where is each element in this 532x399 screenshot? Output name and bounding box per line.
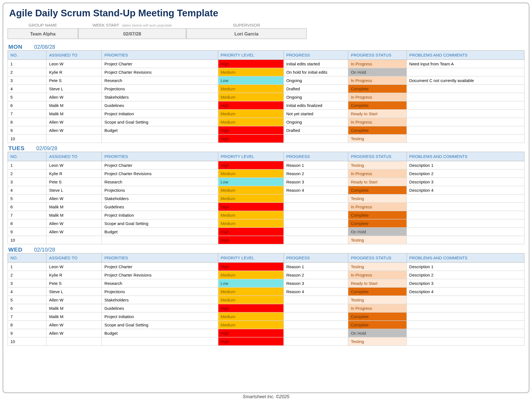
cell-progress-status[interactable]: Ready to Start bbox=[348, 279, 406, 287]
cell-no[interactable]: 4 bbox=[8, 287, 47, 296]
cell-comments[interactable] bbox=[406, 219, 524, 227]
cell-priorities[interactable]: Budget bbox=[102, 329, 218, 337]
cell-no[interactable]: 8 bbox=[8, 321, 47, 329]
cell-priority-level[interactable]: Medium bbox=[218, 85, 284, 93]
cell-progress-status[interactable]: Complete bbox=[348, 126, 406, 134]
cell-assigned[interactable]: Malik M bbox=[47, 312, 102, 321]
cell-comments[interactable] bbox=[406, 337, 524, 346]
cell-assigned[interactable]: Allen W bbox=[47, 118, 102, 126]
cell-comments[interactable] bbox=[406, 227, 524, 236]
cell-progress[interactable] bbox=[283, 321, 348, 329]
cell-no[interactable]: 6 bbox=[8, 203, 47, 211]
cell-priorities[interactable]: Scope and Goal Setting bbox=[102, 118, 218, 126]
cell-comments[interactable]: Document C not currently available bbox=[406, 76, 524, 85]
cell-no[interactable]: 3 bbox=[8, 178, 47, 186]
cell-assigned[interactable]: Pete S bbox=[47, 279, 102, 287]
cell-priorities[interactable]: Project Initiation bbox=[102, 109, 218, 118]
cell-progress-status[interactable]: On Hold bbox=[348, 227, 406, 236]
cell-progress-status[interactable]: Ready to Start bbox=[348, 178, 406, 186]
cell-assigned[interactable]: Kylie R bbox=[47, 271, 102, 279]
cell-priority-level[interactable]: Medium bbox=[218, 109, 284, 118]
cell-no[interactable]: 9 bbox=[8, 329, 47, 337]
cell-priority-level[interactable]: Medium bbox=[218, 296, 284, 304]
cell-assigned[interactable]: Malik M bbox=[47, 203, 102, 211]
cell-comments[interactable]: Description 3 bbox=[406, 178, 524, 186]
cell-no[interactable]: 10 bbox=[8, 236, 47, 244]
cell-progress-status[interactable]: On Hold bbox=[348, 329, 406, 337]
cell-assigned[interactable]: Leon W bbox=[47, 262, 102, 271]
cell-priority-level[interactable]: High bbox=[218, 262, 284, 271]
cell-priority-level[interactable]: Medium bbox=[218, 312, 284, 321]
meta-value-supervisor[interactable]: Lori Garcia bbox=[186, 28, 307, 39]
cell-progress[interactable] bbox=[283, 312, 348, 321]
cell-no[interactable]: 9 bbox=[8, 126, 47, 134]
cell-priorities[interactable]: Research bbox=[102, 76, 218, 85]
cell-priority-level[interactable]: Medium bbox=[218, 118, 284, 126]
cell-priorities[interactable]: Project Charter Revisions bbox=[102, 169, 218, 178]
cell-comments[interactable] bbox=[406, 68, 524, 76]
cell-no[interactable]: 7 bbox=[8, 109, 47, 118]
cell-assigned[interactable]: Malik M bbox=[47, 211, 102, 219]
cell-comments[interactable]: Description 1 bbox=[406, 161, 524, 169]
cell-priorities[interactable]: Project Initiation bbox=[102, 312, 218, 321]
cell-comments[interactable] bbox=[406, 85, 524, 93]
cell-priority-level[interactable]: Medium bbox=[218, 93, 284, 101]
cell-progress[interactable] bbox=[283, 227, 348, 236]
cell-priority-level[interactable]: High bbox=[218, 337, 284, 346]
cell-progress[interactable]: Drafted bbox=[283, 85, 348, 93]
cell-comments[interactable]: Description 1 bbox=[406, 262, 524, 271]
cell-no[interactable]: 4 bbox=[8, 85, 47, 93]
cell-progress-status[interactable]: In Progress bbox=[348, 93, 406, 101]
cell-priorities[interactable]: Projections bbox=[102, 85, 218, 93]
cell-comments[interactable] bbox=[406, 118, 524, 126]
cell-progress[interactable]: Ongoing bbox=[283, 76, 348, 85]
cell-comments[interactable] bbox=[406, 126, 524, 134]
cell-priority-level[interactable]: Medium bbox=[218, 169, 284, 178]
cell-assigned[interactable]: Kylie R bbox=[47, 68, 102, 76]
cell-progress-status[interactable]: Complete bbox=[348, 101, 406, 109]
cell-progress[interactable] bbox=[283, 329, 348, 337]
cell-comments[interactable] bbox=[406, 329, 524, 337]
cell-priority-level[interactable]: Medium bbox=[218, 186, 284, 194]
cell-comments[interactable] bbox=[406, 109, 524, 118]
cell-comments[interactable]: Description 4 bbox=[406, 287, 524, 296]
cell-progress-status[interactable]: On Hold bbox=[348, 68, 406, 76]
cell-assigned[interactable]: Pete S bbox=[47, 178, 102, 186]
cell-comments[interactable] bbox=[406, 134, 524, 143]
cell-progress[interactable] bbox=[283, 219, 348, 227]
cell-priority-level[interactable]: High bbox=[218, 236, 284, 244]
cell-priorities[interactable]: Project Initiation bbox=[102, 211, 218, 219]
cell-progress[interactable] bbox=[283, 337, 348, 346]
cell-progress-status[interactable]: Complete bbox=[348, 186, 406, 194]
cell-priorities[interactable]: Scope and Goal Setting bbox=[102, 321, 218, 329]
cell-no[interactable]: 6 bbox=[8, 101, 47, 109]
cell-progress-status[interactable]: Complete bbox=[348, 211, 406, 219]
cell-priority-level[interactable]: Medium bbox=[218, 219, 284, 227]
cell-assigned[interactable]: Pete S bbox=[47, 76, 102, 85]
cell-no[interactable]: 5 bbox=[8, 296, 47, 304]
cell-priority-level[interactable]: High bbox=[218, 304, 284, 312]
cell-no[interactable]: 2 bbox=[8, 169, 47, 178]
cell-comments[interactable]: Description 3 bbox=[406, 279, 524, 287]
cell-priorities[interactable]: Projections bbox=[102, 287, 218, 296]
cell-priority-level[interactable]: High bbox=[218, 329, 284, 337]
cell-comments[interactable] bbox=[406, 312, 524, 321]
cell-progress-status[interactable]: Testing bbox=[348, 236, 406, 244]
cell-priorities[interactable]: Budget bbox=[102, 126, 218, 134]
cell-progress-status[interactable]: In Progress bbox=[348, 76, 406, 85]
cell-priority-level[interactable]: Medium bbox=[218, 287, 284, 296]
cell-progress[interactable]: Initial edits finalized bbox=[283, 101, 348, 109]
cell-no[interactable]: 7 bbox=[8, 312, 47, 321]
cell-no[interactable]: 4 bbox=[8, 186, 47, 194]
cell-no[interactable]: 5 bbox=[8, 93, 47, 101]
cell-progress[interactable] bbox=[283, 304, 348, 312]
meta-value-group[interactable]: Team Alpha bbox=[7, 28, 78, 39]
cell-priorities[interactable]: Budget bbox=[102, 227, 218, 236]
cell-no[interactable]: 9 bbox=[8, 227, 47, 236]
cell-priority-level[interactable]: High bbox=[218, 101, 284, 109]
cell-progress-status[interactable]: Testing bbox=[348, 134, 406, 143]
cell-priorities[interactable]: Research bbox=[102, 178, 218, 186]
cell-comments[interactable] bbox=[406, 321, 524, 329]
cell-progress[interactable]: On hold for initial edits bbox=[283, 68, 348, 76]
cell-progress[interactable] bbox=[283, 296, 348, 304]
